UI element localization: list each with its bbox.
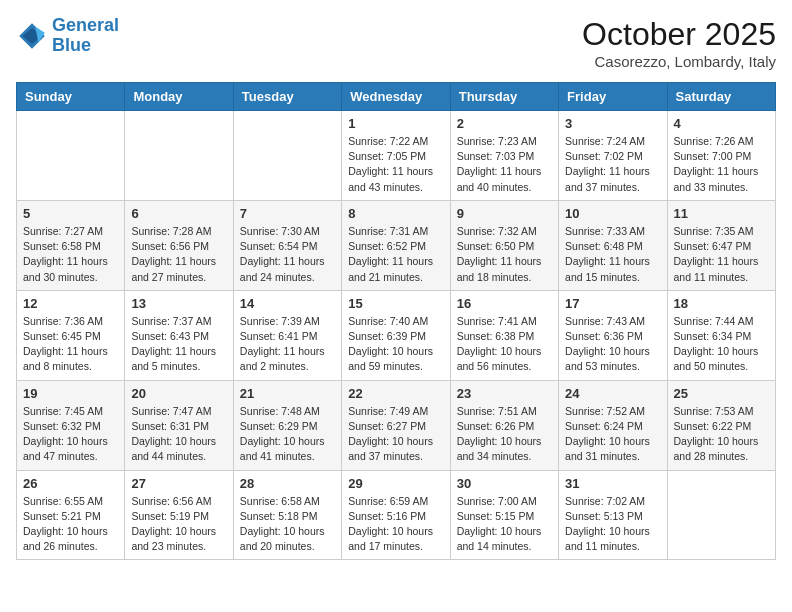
day-number: 1: [348, 116, 443, 131]
day-info: Sunrise: 7:43 AM Sunset: 6:36 PM Dayligh…: [565, 314, 660, 375]
day-number: 24: [565, 386, 660, 401]
calendar-cell: 15Sunrise: 7:40 AM Sunset: 6:39 PM Dayli…: [342, 290, 450, 380]
calendar-cell: 6Sunrise: 7:28 AM Sunset: 6:56 PM Daylig…: [125, 200, 233, 290]
day-number: 12: [23, 296, 118, 311]
calendar-cell: 13Sunrise: 7:37 AM Sunset: 6:43 PM Dayli…: [125, 290, 233, 380]
calendar-cell: 28Sunrise: 6:58 AM Sunset: 5:18 PM Dayli…: [233, 470, 341, 560]
day-number: 13: [131, 296, 226, 311]
month-title: October 2025: [582, 16, 776, 53]
calendar-cell: 1Sunrise: 7:22 AM Sunset: 7:05 PM Daylig…: [342, 111, 450, 201]
calendar-cell: 12Sunrise: 7:36 AM Sunset: 6:45 PM Dayli…: [17, 290, 125, 380]
day-info: Sunrise: 7:27 AM Sunset: 6:58 PM Dayligh…: [23, 224, 118, 285]
calendar-cell: 19Sunrise: 7:45 AM Sunset: 6:32 PM Dayli…: [17, 380, 125, 470]
calendar-cell: [233, 111, 341, 201]
day-number: 23: [457, 386, 552, 401]
calendar-week-row: 26Sunrise: 6:55 AM Sunset: 5:21 PM Dayli…: [17, 470, 776, 560]
day-number: 7: [240, 206, 335, 221]
day-info: Sunrise: 7:00 AM Sunset: 5:15 PM Dayligh…: [457, 494, 552, 555]
day-number: 5: [23, 206, 118, 221]
calendar-cell: 10Sunrise: 7:33 AM Sunset: 6:48 PM Dayli…: [559, 200, 667, 290]
day-number: 31: [565, 476, 660, 491]
day-info: Sunrise: 7:35 AM Sunset: 6:47 PM Dayligh…: [674, 224, 769, 285]
day-info: Sunrise: 7:53 AM Sunset: 6:22 PM Dayligh…: [674, 404, 769, 465]
calendar-cell: 5Sunrise: 7:27 AM Sunset: 6:58 PM Daylig…: [17, 200, 125, 290]
day-info: Sunrise: 7:30 AM Sunset: 6:54 PM Dayligh…: [240, 224, 335, 285]
day-number: 21: [240, 386, 335, 401]
weekday-header: Sunday: [17, 83, 125, 111]
day-info: Sunrise: 7:28 AM Sunset: 6:56 PM Dayligh…: [131, 224, 226, 285]
calendar-cell: 24Sunrise: 7:52 AM Sunset: 6:24 PM Dayli…: [559, 380, 667, 470]
day-info: Sunrise: 7:02 AM Sunset: 5:13 PM Dayligh…: [565, 494, 660, 555]
logo-icon: [16, 20, 48, 52]
calendar-week-row: 1Sunrise: 7:22 AM Sunset: 7:05 PM Daylig…: [17, 111, 776, 201]
calendar-cell: [17, 111, 125, 201]
calendar-cell: 21Sunrise: 7:48 AM Sunset: 6:29 PM Dayli…: [233, 380, 341, 470]
day-number: 2: [457, 116, 552, 131]
title-block: October 2025 Casorezzo, Lombardy, Italy: [582, 16, 776, 70]
calendar-cell: 27Sunrise: 6:56 AM Sunset: 5:19 PM Dayli…: [125, 470, 233, 560]
day-number: 16: [457, 296, 552, 311]
day-info: Sunrise: 7:23 AM Sunset: 7:03 PM Dayligh…: [457, 134, 552, 195]
day-info: Sunrise: 7:41 AM Sunset: 6:38 PM Dayligh…: [457, 314, 552, 375]
weekday-header: Wednesday: [342, 83, 450, 111]
day-number: 4: [674, 116, 769, 131]
logo-text: General Blue: [52, 16, 119, 56]
day-info: Sunrise: 6:59 AM Sunset: 5:16 PM Dayligh…: [348, 494, 443, 555]
day-info: Sunrise: 7:47 AM Sunset: 6:31 PM Dayligh…: [131, 404, 226, 465]
calendar-cell: 7Sunrise: 7:30 AM Sunset: 6:54 PM Daylig…: [233, 200, 341, 290]
calendar-cell: 29Sunrise: 6:59 AM Sunset: 5:16 PM Dayli…: [342, 470, 450, 560]
calendar-week-row: 5Sunrise: 7:27 AM Sunset: 6:58 PM Daylig…: [17, 200, 776, 290]
calendar-cell: 18Sunrise: 7:44 AM Sunset: 6:34 PM Dayli…: [667, 290, 775, 380]
day-info: Sunrise: 7:36 AM Sunset: 6:45 PM Dayligh…: [23, 314, 118, 375]
day-info: Sunrise: 7:40 AM Sunset: 6:39 PM Dayligh…: [348, 314, 443, 375]
calendar-cell: 16Sunrise: 7:41 AM Sunset: 6:38 PM Dayli…: [450, 290, 558, 380]
day-info: Sunrise: 7:45 AM Sunset: 6:32 PM Dayligh…: [23, 404, 118, 465]
day-info: Sunrise: 7:44 AM Sunset: 6:34 PM Dayligh…: [674, 314, 769, 375]
calendar-cell: 26Sunrise: 6:55 AM Sunset: 5:21 PM Dayli…: [17, 470, 125, 560]
calendar-week-row: 12Sunrise: 7:36 AM Sunset: 6:45 PM Dayli…: [17, 290, 776, 380]
day-number: 27: [131, 476, 226, 491]
calendar-cell: [125, 111, 233, 201]
calendar-cell: 17Sunrise: 7:43 AM Sunset: 6:36 PM Dayli…: [559, 290, 667, 380]
day-number: 22: [348, 386, 443, 401]
calendar-cell: 3Sunrise: 7:24 AM Sunset: 7:02 PM Daylig…: [559, 111, 667, 201]
calendar-cell: 4Sunrise: 7:26 AM Sunset: 7:00 PM Daylig…: [667, 111, 775, 201]
day-info: Sunrise: 7:51 AM Sunset: 6:26 PM Dayligh…: [457, 404, 552, 465]
day-info: Sunrise: 7:22 AM Sunset: 7:05 PM Dayligh…: [348, 134, 443, 195]
calendar-cell: 11Sunrise: 7:35 AM Sunset: 6:47 PM Dayli…: [667, 200, 775, 290]
day-number: 15: [348, 296, 443, 311]
day-info: Sunrise: 7:48 AM Sunset: 6:29 PM Dayligh…: [240, 404, 335, 465]
calendar-week-row: 19Sunrise: 7:45 AM Sunset: 6:32 PM Dayli…: [17, 380, 776, 470]
calendar-cell: 20Sunrise: 7:47 AM Sunset: 6:31 PM Dayli…: [125, 380, 233, 470]
day-number: 17: [565, 296, 660, 311]
calendar-cell: 23Sunrise: 7:51 AM Sunset: 6:26 PM Dayli…: [450, 380, 558, 470]
calendar-cell: 22Sunrise: 7:49 AM Sunset: 6:27 PM Dayli…: [342, 380, 450, 470]
day-number: 20: [131, 386, 226, 401]
weekday-header: Tuesday: [233, 83, 341, 111]
calendar-cell: 25Sunrise: 7:53 AM Sunset: 6:22 PM Dayli…: [667, 380, 775, 470]
day-number: 29: [348, 476, 443, 491]
day-info: Sunrise: 7:52 AM Sunset: 6:24 PM Dayligh…: [565, 404, 660, 465]
location-subtitle: Casorezzo, Lombardy, Italy: [582, 53, 776, 70]
day-info: Sunrise: 7:32 AM Sunset: 6:50 PM Dayligh…: [457, 224, 552, 285]
weekday-header: Saturday: [667, 83, 775, 111]
weekday-header: Monday: [125, 83, 233, 111]
calendar-cell: 30Sunrise: 7:00 AM Sunset: 5:15 PM Dayli…: [450, 470, 558, 560]
day-info: Sunrise: 6:58 AM Sunset: 5:18 PM Dayligh…: [240, 494, 335, 555]
calendar-cell: 9Sunrise: 7:32 AM Sunset: 6:50 PM Daylig…: [450, 200, 558, 290]
day-info: Sunrise: 6:55 AM Sunset: 5:21 PM Dayligh…: [23, 494, 118, 555]
day-number: 11: [674, 206, 769, 221]
logo: General Blue: [16, 16, 119, 56]
day-number: 28: [240, 476, 335, 491]
calendar-cell: 2Sunrise: 7:23 AM Sunset: 7:03 PM Daylig…: [450, 111, 558, 201]
day-number: 10: [565, 206, 660, 221]
day-number: 3: [565, 116, 660, 131]
day-info: Sunrise: 7:33 AM Sunset: 6:48 PM Dayligh…: [565, 224, 660, 285]
calendar-table: SundayMondayTuesdayWednesdayThursdayFrid…: [16, 82, 776, 560]
weekday-header: Friday: [559, 83, 667, 111]
calendar-header-row: SundayMondayTuesdayWednesdayThursdayFrid…: [17, 83, 776, 111]
day-info: Sunrise: 7:26 AM Sunset: 7:00 PM Dayligh…: [674, 134, 769, 195]
day-number: 8: [348, 206, 443, 221]
day-number: 6: [131, 206, 226, 221]
calendar-cell: 8Sunrise: 7:31 AM Sunset: 6:52 PM Daylig…: [342, 200, 450, 290]
